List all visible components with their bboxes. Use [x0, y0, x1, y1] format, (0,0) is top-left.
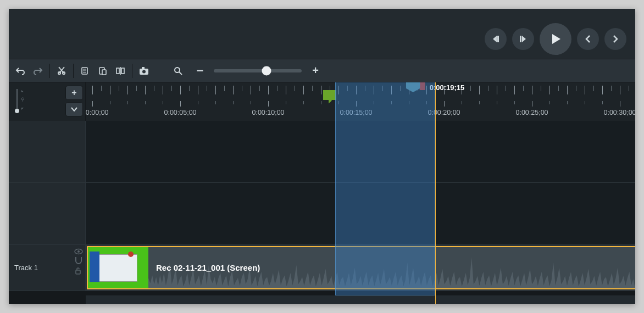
track-body-empty[interactable]	[86, 121, 635, 182]
plus-icon: +	[71, 88, 76, 98]
snapshot-button[interactable]	[136, 63, 152, 79]
playhead-handle[interactable]: 0:00:19;15	[406, 82, 465, 92]
split-button[interactable]	[112, 63, 129, 79]
vertical-slider-icon: ⚲	[14, 87, 26, 114]
track-header[interactable]: Track 1	[9, 245, 86, 290]
eye-icon[interactable]	[74, 248, 83, 255]
track-toggle-column	[74, 248, 83, 275]
undo-button[interactable]	[12, 63, 29, 79]
empty-track[interactable]	[9, 183, 635, 245]
undo-icon	[15, 66, 25, 76]
play-button[interactable]	[540, 23, 571, 55]
track-header-empty	[9, 183, 86, 244]
step-forward-icon	[518, 34, 528, 44]
svg-rect-14	[102, 70, 106, 75]
svg-line-22	[179, 72, 182, 75]
timeline-toolbar: − +	[9, 59, 635, 82]
previous-marker-button[interactable]	[577, 28, 599, 50]
step-back-button[interactable]	[485, 28, 507, 50]
empty-track[interactable]	[9, 121, 635, 183]
svg-point-29	[77, 250, 80, 253]
svg-marker-3	[522, 36, 526, 42]
track-row[interactable]: Track 1 Rec 02-11-	[9, 245, 635, 291]
step-back-icon	[491, 34, 501, 44]
chevron-down-icon	[70, 107, 78, 112]
minus-icon: −	[197, 64, 204, 78]
svg-rect-16	[121, 68, 124, 74]
ruler-tick-label: 0:00:00;00	[86, 109, 109, 116]
ruler-tick-label: 0:00:30;00	[603, 109, 635, 116]
plus-icon: +	[312, 64, 319, 77]
playhead-time-label: 0:00:19;15	[430, 83, 465, 92]
magnet-icon[interactable]	[74, 257, 83, 265]
ruler-tick-label: 0:00:10;00	[252, 109, 284, 116]
zoom-controls: − +	[170, 63, 324, 79]
svg-rect-2	[520, 36, 521, 42]
time-ruler[interactable]: 0:00:00;000:00:05;000:00:10;000:00:15;00…	[86, 82, 635, 121]
svg-marker-27	[21, 108, 24, 110]
playhead-grip-icon	[406, 82, 420, 92]
paste-button[interactable]	[95, 63, 111, 79]
zoom-slider-thumb[interactable]	[262, 66, 271, 75]
lock-open-icon[interactable]	[74, 267, 82, 275]
zoom-tool-button[interactable]	[170, 63, 186, 79]
zoom-in-button[interactable]: +	[307, 63, 324, 79]
camera-icon	[138, 66, 149, 76]
svg-point-21	[175, 68, 180, 72]
cut-icon	[57, 66, 66, 76]
tracks-zone: Track 1 Rec 02-11-	[9, 121, 635, 304]
svg-rect-1	[497, 36, 499, 42]
track-body-empty[interactable]	[86, 183, 635, 244]
track-menu-button[interactable]	[65, 102, 83, 116]
add-track-button[interactable]: +	[65, 86, 83, 100]
svg-rect-15	[116, 68, 119, 74]
ruler-tick-label: 0:00:05;00	[164, 109, 196, 116]
playhead-record-indicator	[420, 82, 425, 90]
next-marker-button[interactable]	[604, 28, 626, 50]
copy-button[interactable]	[77, 63, 93, 79]
vertical-zoom-scrubber[interactable]: ⚲	[11, 85, 29, 114]
transport-bar	[9, 9, 635, 59]
svg-marker-4	[552, 34, 560, 44]
magnifier-icon	[174, 66, 182, 75]
split-icon	[115, 66, 125, 76]
media-clip[interactable]: Rec 02-11-21_001 (Screen)	[87, 246, 635, 289]
paste-icon	[98, 66, 108, 76]
transport-controls	[485, 23, 626, 55]
marker-icon[interactable]	[323, 90, 336, 100]
redo-icon	[33, 66, 43, 76]
redo-button[interactable]	[30, 63, 46, 79]
track-header-empty	[9, 121, 86, 182]
play-icon	[548, 32, 563, 46]
clip-label: Rec 02-11-21_001 (Screen)	[148, 263, 260, 272]
track-body[interactable]: Rec 02-11-21_001 (Screen)	[86, 245, 635, 290]
copy-icon	[80, 66, 90, 76]
timeline-editor: − + ⚲ +	[9, 9, 635, 304]
zoom-out-button[interactable]: −	[192, 63, 208, 79]
svg-rect-20	[142, 67, 145, 69]
chevron-left-icon	[584, 35, 592, 43]
chevron-right-icon	[611, 35, 620, 43]
svg-marker-25	[21, 90, 24, 92]
cut-button[interactable]	[53, 63, 70, 79]
svg-marker-0	[493, 36, 497, 42]
svg-rect-32	[76, 270, 80, 274]
svg-text:⚲: ⚲	[21, 97, 25, 102]
ruler-tick-label: 0:00:15;00	[340, 109, 372, 116]
step-forward-button[interactable]	[512, 28, 534, 50]
ruler-tick-label: 0:00:25;00	[515, 109, 548, 116]
svg-point-19	[142, 70, 146, 73]
horizontal-scrollbar[interactable]	[86, 295, 635, 304]
ruler-tick-label: 0:00:20;00	[428, 109, 460, 116]
ruler-zone: ⚲ + 0:00:00;000:00:05;000:00:10;000:00:1…	[9, 82, 635, 121]
svg-point-24	[15, 109, 19, 113]
clip-thumbnail	[88, 247, 148, 288]
ruler-left-gutter: ⚲ +	[9, 82, 86, 121]
zoom-slider[interactable]	[214, 69, 302, 72]
track-name-label: Track 1	[14, 264, 38, 272]
